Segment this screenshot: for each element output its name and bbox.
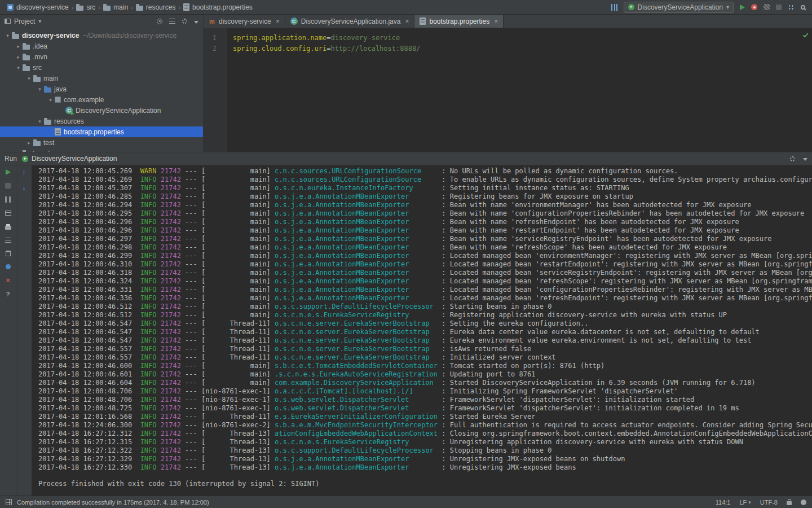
editor-code[interactable]: spring.application.name=discovery-servic… bbox=[227, 28, 420, 152]
tree-toggle-icon[interactable]: ▾ bbox=[25, 76, 33, 81]
project-tree[interactable]: ▾discovery-service~/Downloads/discovery-… bbox=[0, 28, 204, 152]
tree-item-src[interactable]: ▾src bbox=[0, 62, 203, 73]
log-line: 2017-04-18 12:00:46.336 INFO 21742 --- [… bbox=[38, 294, 812, 303]
console-output[interactable]: 2017-04-18 12:00:45.269 WARN 21742 --- [… bbox=[32, 165, 812, 496]
rerun-button[interactable] bbox=[6, 169, 11, 175]
tree-item-com.example[interactable]: ▾com.example bbox=[0, 94, 203, 105]
hide-panel-icon[interactable] bbox=[194, 21, 198, 24]
log-separator: : bbox=[438, 446, 450, 454]
tree-item-resources[interactable]: ▾resources bbox=[0, 116, 203, 126]
tree-item-.mvn[interactable]: ▸.mvn bbox=[0, 51, 203, 62]
print-icon[interactable] bbox=[5, 226, 11, 230]
stop-button[interactable] bbox=[5, 183, 11, 189]
run-config-label: DiscoveryServiceApplication bbox=[638, 3, 723, 11]
hector-inspections-icon[interactable] bbox=[801, 500, 806, 505]
log-pid: 21742 bbox=[161, 463, 181, 471]
log-timestamp: 2017-04-18 16:27:12.330 bbox=[38, 463, 140, 471]
tree-toggle-icon[interactable]: ▾ bbox=[14, 65, 23, 71]
log-separator bbox=[157, 235, 161, 243]
tab-close-icon[interactable]: × bbox=[405, 17, 409, 25]
up-stack-trace-icon[interactable]: ↑ bbox=[22, 169, 26, 176]
log-line: 2017-04-18 12:00:46.285 INFO 21742 --- [… bbox=[38, 192, 812, 201]
pin-tab-icon[interactable] bbox=[6, 264, 11, 269]
tree-item-discovery-service[interactable]: ▾discovery-service~/Downloads/discovery-… bbox=[0, 30, 203, 41]
tree-item-main[interactable]: ▾main bbox=[0, 73, 203, 84]
gear-icon[interactable] bbox=[182, 19, 187, 24]
run-config-tab[interactable]: DiscoveryServiceApplication bbox=[22, 155, 117, 163]
tree-item-label: .mvn bbox=[33, 53, 47, 61]
line-separator-select[interactable]: LF ▾ bbox=[739, 499, 751, 506]
log-level: INFO bbox=[140, 328, 157, 336]
run-config-icon bbox=[22, 156, 28, 162]
tree-item-.idea[interactable]: ▸.idea bbox=[0, 41, 203, 51]
breadcrumb-item-resources[interactable]: resources bbox=[134, 3, 178, 11]
editor-tab-DiscoveryServiceApplication.java[interactable]: CDiscoveryServiceApplication.java× bbox=[285, 15, 415, 28]
tree-toggle-icon[interactable]: ▸ bbox=[25, 140, 33, 146]
tree-item-DiscoveryServiceApplication[interactable]: CDiscoveryServiceApplication bbox=[0, 105, 203, 116]
cursor-position[interactable]: 114:1 bbox=[716, 499, 731, 506]
help-icon[interactable]: ? bbox=[6, 291, 10, 297]
breadcrumb-item-discovery-service[interactable]: discovery-service bbox=[5, 3, 71, 11]
clear-all-icon[interactable] bbox=[6, 251, 11, 256]
log-separator bbox=[157, 209, 161, 217]
log-message: Bean with name 'refreshEndpoint' has bee… bbox=[450, 218, 739, 226]
editor-tab-discovery-service[interactable]: mdiscovery-service× bbox=[204, 15, 285, 28]
equalizer-icon[interactable] bbox=[611, 4, 617, 11]
tab-close-icon[interactable]: × bbox=[494, 17, 498, 25]
tree-item-label: bootstrap.properties bbox=[64, 128, 124, 136]
soft-wrap-icon[interactable] bbox=[5, 238, 11, 243]
log-separator bbox=[157, 319, 161, 327]
log-thread: Thread-11] bbox=[205, 336, 275, 344]
hide-panel-icon[interactable] bbox=[803, 158, 807, 161]
close-icon[interactable]: × bbox=[6, 277, 10, 283]
log-timestamp: 2017-04-18 12:00:45.307 bbox=[38, 184, 140, 192]
console-toolbar: ↑ ↓ bbox=[16, 165, 32, 496]
down-stack-trace-icon[interactable]: ↓ bbox=[22, 184, 26, 191]
search-icon[interactable] bbox=[801, 5, 805, 10]
toolwindow-switcher-icon[interactable] bbox=[6, 499, 12, 505]
tool-windows-icon[interactable] bbox=[788, 4, 795, 11]
pause-output-button[interactable] bbox=[5, 196, 11, 203]
chevron-down-icon[interactable]: ▾ bbox=[38, 18, 41, 24]
coverage-button[interactable] bbox=[751, 4, 757, 10]
breadcrumb-item-main[interactable]: main bbox=[101, 3, 130, 11]
tree-toggle-icon[interactable]: ▾ bbox=[46, 97, 55, 103]
tree-toggle-icon[interactable]: ▾ bbox=[36, 86, 44, 92]
tree-item-test[interactable]: ▸test bbox=[0, 137, 203, 148]
tree-toggle-icon[interactable]: ▸ bbox=[14, 54, 23, 60]
tree-item-bootstrap.properties[interactable]: bootstrap.properties bbox=[0, 126, 203, 137]
gear-icon[interactable] bbox=[790, 156, 795, 161]
lock-icon[interactable] bbox=[787, 501, 792, 505]
tab-close-icon[interactable]: × bbox=[276, 17, 280, 25]
editor-tab-bootstrap.properties[interactable]: bootstrap.properties× bbox=[414, 15, 504, 28]
folder-icon bbox=[12, 34, 19, 39]
log-separator: --- [ bbox=[181, 336, 205, 344]
collapse-all-icon[interactable] bbox=[169, 19, 175, 24]
stop-button[interactable] bbox=[776, 5, 782, 10]
editor[interactable]: 12 spring.application.name=discovery-ser… bbox=[204, 28, 812, 152]
run-button[interactable] bbox=[740, 5, 745, 10]
profiler-button[interactable] bbox=[764, 4, 770, 10]
log-message: Eureka environment value eureka.environm… bbox=[450, 336, 752, 344]
log-separator: : bbox=[438, 286, 450, 294]
tree-item-target[interactable]: ▸target bbox=[0, 148, 203, 152]
log-message: Started DiscoveryServiceApplication in 6… bbox=[450, 379, 756, 387]
run-config-select[interactable]: DiscoveryServiceApplication ▾ bbox=[624, 2, 734, 13]
tree-item-java[interactable]: ▾java bbox=[0, 84, 203, 94]
class-letter: C bbox=[292, 19, 296, 24]
log-timestamp: 2017-04-18 12:00:46.285 bbox=[38, 192, 140, 200]
breadcrumb-item-bootstrap.properties[interactable]: bootstrap.properties bbox=[181, 3, 255, 11]
tab-label: bootstrap.properties bbox=[429, 17, 489, 25]
tree-toggle-icon[interactable]: ▸ bbox=[14, 43, 23, 49]
locate-file-icon[interactable] bbox=[157, 19, 162, 24]
log-logger: com.example.DiscoveryServiceApplication bbox=[275, 379, 438, 387]
breadcrumb-item-src[interactable]: src bbox=[74, 3, 98, 11]
log-line: 2017-04-18 12:01:16.568 INFO 21742 --- [… bbox=[38, 413, 812, 421]
restore-layout-icon[interactable] bbox=[5, 211, 11, 216]
encoding-select[interactable]: UTF-8 bbox=[760, 499, 778, 506]
property-key: spring.application.name bbox=[233, 34, 326, 42]
tree-toggle-icon[interactable]: ▾ bbox=[36, 119, 44, 124]
log-separator: : bbox=[438, 336, 450, 344]
folder-icon bbox=[103, 6, 111, 11]
tree-toggle-icon[interactable]: ▾ bbox=[3, 33, 12, 38]
